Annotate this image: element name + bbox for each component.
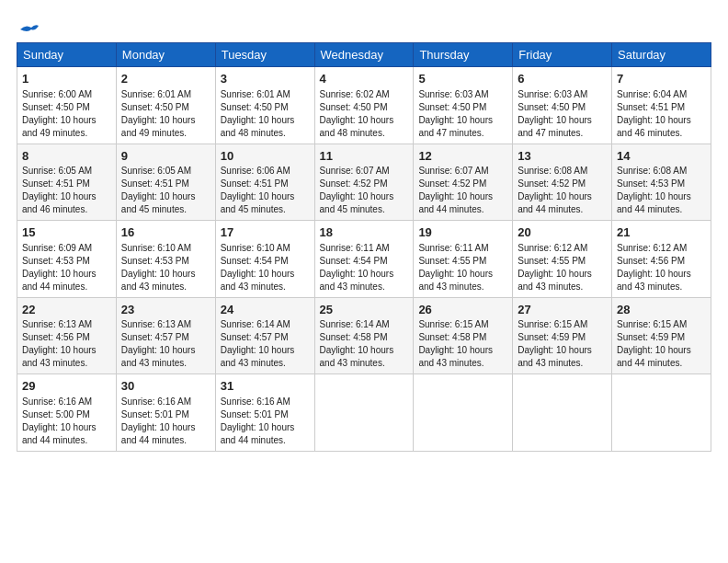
day-number: 5	[418, 71, 507, 87]
calendar-cell: 3Sunrise: 6:01 AM Sunset: 4:50 PM Daylig…	[215, 67, 314, 144]
day-number: 8	[22, 148, 111, 165]
day-info: Sunrise: 6:14 AM Sunset: 4:58 PM Dayligh…	[320, 318, 409, 370]
day-number: 2	[121, 71, 210, 87]
day-info: Sunrise: 6:13 AM Sunset: 4:57 PM Dayligh…	[121, 318, 210, 370]
calendar-cell: 19Sunrise: 6:11 AM Sunset: 4:55 PM Dayli…	[414, 221, 513, 298]
day-number: 22	[22, 302, 111, 318]
day-info: Sunrise: 6:09 AM Sunset: 4:53 PM Dayligh…	[22, 242, 111, 293]
calendar-cell	[414, 374, 513, 452]
day-info: Sunrise: 6:15 AM Sunset: 4:59 PM Dayligh…	[617, 318, 706, 370]
calendar-cell: 6Sunrise: 6:03 AM Sunset: 4:50 PM Daylig…	[513, 67, 612, 144]
calendar-cell: 5Sunrise: 6:03 AM Sunset: 4:50 PM Daylig…	[414, 67, 513, 144]
calendar-cell: 16Sunrise: 6:10 AM Sunset: 4:53 PM Dayli…	[116, 221, 215, 298]
day-info: Sunrise: 6:08 AM Sunset: 4:52 PM Dayligh…	[518, 165, 607, 216]
day-number: 6	[518, 71, 607, 87]
calendar-cell: 15Sunrise: 6:09 AM Sunset: 4:53 PM Dayli…	[17, 221, 117, 298]
weekday-header-wednesday: Wednesday	[314, 43, 414, 67]
day-number: 7	[617, 71, 706, 87]
day-info: Sunrise: 6:04 AM Sunset: 4:51 PM Dayligh…	[617, 88, 706, 140]
calendar-cell: 30Sunrise: 6:16 AM Sunset: 5:01 PM Dayli…	[116, 374, 215, 452]
weekday-header-saturday: Saturday	[612, 43, 711, 67]
calendar-cell: 9Sunrise: 6:05 AM Sunset: 4:51 PM Daylig…	[116, 144, 215, 221]
day-info: Sunrise: 6:14 AM Sunset: 4:57 PM Dayligh…	[221, 318, 310, 370]
day-number: 18	[320, 224, 409, 241]
calendar-cell	[612, 374, 711, 452]
day-info: Sunrise: 6:03 AM Sunset: 4:50 PM Dayligh…	[518, 88, 607, 140]
day-number: 14	[617, 148, 706, 165]
day-info: Sunrise: 6:00 AM Sunset: 4:50 PM Dayligh…	[22, 88, 111, 140]
calendar-cell: 27Sunrise: 6:15 AM Sunset: 4:59 PM Dayli…	[513, 297, 612, 374]
day-info: Sunrise: 6:05 AM Sunset: 4:51 PM Dayligh…	[22, 165, 111, 216]
day-number: 24	[221, 302, 310, 318]
day-info: Sunrise: 6:01 AM Sunset: 4:50 PM Dayligh…	[221, 88, 310, 140]
day-info: Sunrise: 6:02 AM Sunset: 4:50 PM Dayligh…	[320, 88, 409, 140]
day-number: 26	[418, 302, 507, 318]
day-number: 28	[617, 302, 706, 318]
calendar-cell: 20Sunrise: 6:12 AM Sunset: 4:55 PM Dayli…	[513, 221, 612, 298]
day-number: 25	[320, 302, 409, 318]
day-number: 10	[221, 148, 310, 165]
day-number: 9	[121, 148, 210, 165]
day-info: Sunrise: 6:05 AM Sunset: 4:51 PM Dayligh…	[121, 165, 210, 216]
day-info: Sunrise: 6:13 AM Sunset: 4:56 PM Dayligh…	[22, 318, 111, 370]
weekday-header-thursday: Thursday	[414, 43, 513, 67]
weekday-header-monday: Monday	[116, 43, 215, 67]
day-number: 3	[221, 71, 310, 87]
day-number: 17	[221, 224, 310, 241]
calendar-cell: 10Sunrise: 6:06 AM Sunset: 4:51 PM Dayli…	[215, 144, 314, 221]
day-info: Sunrise: 6:16 AM Sunset: 5:01 PM Dayligh…	[121, 396, 210, 447]
calendar-cell: 29Sunrise: 6:16 AM Sunset: 5:00 PM Dayli…	[17, 374, 117, 452]
day-info: Sunrise: 6:12 AM Sunset: 4:56 PM Dayligh…	[617, 242, 706, 293]
day-info: Sunrise: 6:11 AM Sunset: 4:55 PM Dayligh…	[418, 242, 507, 293]
calendar-cell: 28Sunrise: 6:15 AM Sunset: 4:59 PM Dayli…	[612, 297, 711, 374]
day-number: 21	[617, 224, 706, 241]
logo	[17, 15, 39, 35]
day-number: 27	[518, 302, 607, 318]
day-info: Sunrise: 6:01 AM Sunset: 4:50 PM Dayligh…	[121, 88, 210, 140]
calendar-cell: 31Sunrise: 6:16 AM Sunset: 5:01 PM Dayli…	[215, 374, 314, 452]
calendar-cell	[314, 374, 414, 452]
day-info: Sunrise: 6:11 AM Sunset: 4:54 PM Dayligh…	[320, 242, 409, 293]
weekday-header-friday: Friday	[513, 43, 612, 67]
day-number: 16	[121, 224, 210, 241]
day-number: 12	[418, 148, 507, 165]
day-info: Sunrise: 6:03 AM Sunset: 4:50 PM Dayligh…	[418, 88, 507, 140]
calendar-cell: 8Sunrise: 6:05 AM Sunset: 4:51 PM Daylig…	[17, 144, 117, 221]
calendar-cell: 22Sunrise: 6:13 AM Sunset: 4:56 PM Dayli…	[17, 297, 117, 374]
calendar-cell: 12Sunrise: 6:07 AM Sunset: 4:52 PM Dayli…	[414, 144, 513, 221]
day-info: Sunrise: 6:15 AM Sunset: 4:58 PM Dayligh…	[418, 318, 507, 370]
calendar: SundayMondayTuesdayWednesdayThursdayFrid…	[17, 42, 711, 452]
day-info: Sunrise: 6:12 AM Sunset: 4:55 PM Dayligh…	[518, 242, 607, 293]
day-number: 23	[121, 302, 210, 318]
day-info: Sunrise: 6:06 AM Sunset: 4:51 PM Dayligh…	[221, 165, 310, 216]
calendar-cell: 26Sunrise: 6:15 AM Sunset: 4:58 PM Dayli…	[414, 297, 513, 374]
day-info: Sunrise: 6:07 AM Sunset: 4:52 PM Dayligh…	[320, 165, 409, 216]
calendar-cell: 13Sunrise: 6:08 AM Sunset: 4:52 PM Dayli…	[513, 144, 612, 221]
weekday-header-tuesday: Tuesday	[215, 43, 314, 67]
day-number: 31	[221, 378, 310, 395]
day-info: Sunrise: 6:08 AM Sunset: 4:53 PM Dayligh…	[617, 165, 706, 216]
day-number: 13	[518, 148, 607, 165]
calendar-cell: 24Sunrise: 6:14 AM Sunset: 4:57 PM Dayli…	[215, 297, 314, 374]
day-info: Sunrise: 6:15 AM Sunset: 4:59 PM Dayligh…	[518, 318, 607, 370]
calendar-cell: 17Sunrise: 6:10 AM Sunset: 4:54 PM Dayli…	[215, 221, 314, 298]
day-number: 29	[22, 378, 111, 395]
day-info: Sunrise: 6:10 AM Sunset: 4:54 PM Dayligh…	[221, 242, 310, 293]
calendar-cell: 23Sunrise: 6:13 AM Sunset: 4:57 PM Dayli…	[116, 297, 215, 374]
calendar-cell: 1Sunrise: 6:00 AM Sunset: 4:50 PM Daylig…	[17, 67, 117, 144]
calendar-cell: 18Sunrise: 6:11 AM Sunset: 4:54 PM Dayli…	[314, 221, 414, 298]
calendar-cell: 11Sunrise: 6:07 AM Sunset: 4:52 PM Dayli…	[314, 144, 414, 221]
weekday-header-sunday: Sunday	[17, 43, 117, 67]
calendar-cell: 2Sunrise: 6:01 AM Sunset: 4:50 PM Daylig…	[116, 67, 215, 144]
day-number: 11	[320, 148, 409, 165]
calendar-cell: 21Sunrise: 6:12 AM Sunset: 4:56 PM Dayli…	[612, 221, 711, 298]
day-info: Sunrise: 6:10 AM Sunset: 4:53 PM Dayligh…	[121, 242, 210, 293]
day-info: Sunrise: 6:16 AM Sunset: 5:01 PM Dayligh…	[221, 396, 310, 447]
day-number: 30	[121, 378, 210, 395]
calendar-cell	[513, 374, 612, 452]
day-info: Sunrise: 6:16 AM Sunset: 5:00 PM Dayligh…	[22, 396, 111, 447]
day-info: Sunrise: 6:07 AM Sunset: 4:52 PM Dayligh…	[418, 165, 507, 216]
day-number: 20	[518, 224, 607, 241]
calendar-cell: 25Sunrise: 6:14 AM Sunset: 4:58 PM Dayli…	[314, 297, 414, 374]
calendar-cell: 14Sunrise: 6:08 AM Sunset: 4:53 PM Dayli…	[612, 144, 711, 221]
